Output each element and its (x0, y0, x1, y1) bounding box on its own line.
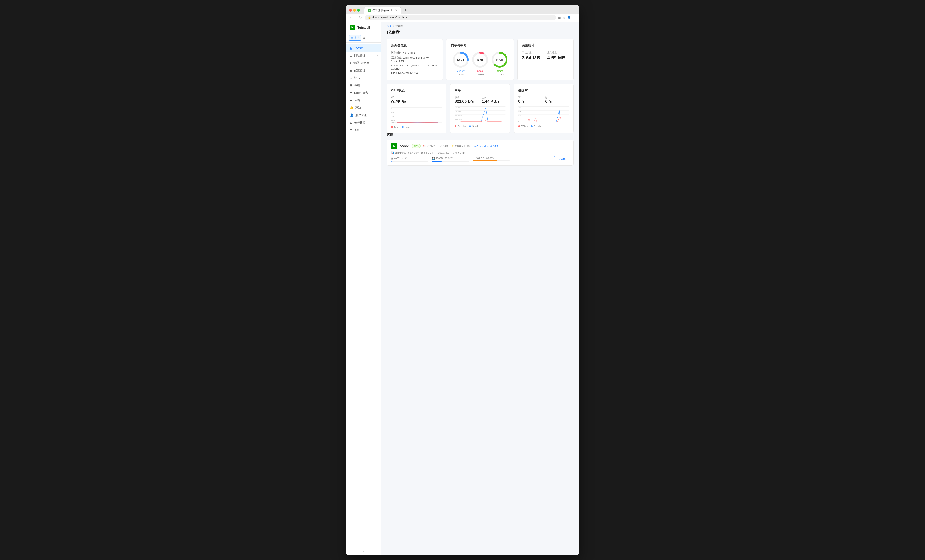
env-selector[interactable]: 目 本地 (349, 35, 361, 41)
upload-traffic-value: 4.59 MB (547, 55, 569, 61)
disk-io-legend: Writes Reads (518, 125, 569, 128)
send-legend: Send (469, 125, 478, 128)
tab-bar: N 仪表盘 | Nginx UI ✕ + (364, 7, 576, 14)
storage-label: Storage (496, 70, 503, 72)
svg-text:75.00: 75.00 (391, 111, 395, 113)
nav-item-left: ⊞ 网站管理 (350, 54, 366, 57)
network-ul-label: 上传 (482, 96, 506, 99)
svg-text:23:29:40: 23:29:40 (417, 123, 423, 124)
users-label: 用户管理 (355, 113, 366, 117)
svg-text:218: 218 (518, 107, 521, 108)
chevron-down-icon: › (377, 54, 378, 57)
cpu-metric-icon: ▣ (391, 157, 393, 160)
svg-text:23:29:20: 23:29:20 (470, 123, 476, 123)
sidebar-item-stream[interactable]: ≡ 管理 Stream (346, 59, 381, 67)
disk-io-title: 磁盘 IO (518, 89, 569, 92)
svg-text:684.57 KB/s: 684.57 KB/s (455, 114, 462, 116)
svg-text:25.00: 25.00 (391, 119, 395, 121)
svg-text:23:29:00: 23:29:00 (396, 123, 401, 124)
sidebar-item-dashboard[interactable]: ▦ 仪表盘 (346, 44, 381, 52)
lock-icon: 🔒 (368, 16, 371, 19)
disk-read-value: 0 /s (545, 99, 569, 104)
sidebar-item-website[interactable]: ⊞ 网站管理 › (346, 52, 381, 59)
download-traffic-value: 3.64 MB (522, 55, 544, 61)
svg-text:23:30:00: 23:30:00 (427, 123, 433, 124)
swap-label: Swap (477, 70, 483, 72)
svg-text:100.00: 100.00 (391, 107, 396, 109)
close-traffic-light[interactable] (349, 9, 352, 12)
page-title: 仪表盘 (381, 28, 579, 39)
network-title: 网络 (455, 89, 505, 92)
sidebar-env: 目 本地 ⊙ (346, 33, 381, 42)
disk-read-stat: 读 0 /s (545, 96, 569, 104)
back-button[interactable]: ‹ (349, 15, 352, 20)
browser-actions: ⊞ ☆ 👤 ⋮ (558, 16, 576, 19)
extensions-icon[interactable]: ⊞ (558, 16, 561, 19)
bookmark-icon[interactable]: ☆ (563, 16, 565, 19)
sidebar-item-system[interactable]: ⊙ 系统 › (346, 126, 381, 134)
link-button[interactable]: ▷ 链接 (554, 156, 569, 163)
mid-row: CPU 状态 CPU 0.25 % (387, 84, 574, 133)
cpu-user-legend: User (391, 126, 399, 128)
sidebar-item-env[interactable]: ☰ 环境 (346, 96, 381, 104)
download-arrow-icon: ↓ (453, 151, 454, 154)
svg-text:23:29:40: 23:29:40 (544, 123, 550, 123)
memory-circle-widget: 6.7 GB Memory 25 GB (452, 51, 470, 76)
stream-icon: ≡ (350, 61, 351, 65)
minimize-traffic-light[interactable] (353, 9, 356, 12)
memory-total: 25 GB (457, 73, 464, 76)
cpu-stat-value: 0.25 % (391, 99, 442, 105)
chevron-down-icon: › (377, 92, 378, 94)
sidebar-item-nginx-log[interactable]: ≣ Nginx 日志 › (346, 89, 381, 96)
traffic-lights (349, 9, 360, 12)
env-download: ↓ 70.60 KB (453, 151, 465, 154)
sidebar-item-users[interactable]: 👤 用户管理 (346, 111, 381, 119)
reload-button[interactable]: ↻ (358, 15, 363, 20)
config-label: 配置管理 (354, 68, 366, 72)
notification-icon: 🔔 (350, 106, 353, 110)
env-refresh-button[interactable]: ⊙ (363, 36, 365, 39)
dashboard-grid: 服务器信息 运行时间: 497d 4h 2m 系统负载: 1min: 0.07 … (381, 39, 579, 133)
disk-io-stats: 写 0 /s 读 0 /s (518, 96, 569, 104)
menu-icon[interactable]: ⋮ (573, 16, 576, 19)
sidebar-item-notification[interactable]: 🔔 通知 (346, 104, 381, 111)
storage-progress-fill (473, 160, 497, 161)
svg-text:23:29:40: 23:29:40 (481, 123, 486, 123)
sidebar-item-preferences[interactable]: ⚙ 偏好设置 (346, 119, 381, 126)
memory-metric: 💾 25 GB · 26.62% (432, 157, 469, 161)
environment-title: 环境 (387, 133, 574, 137)
logo-icon: N (350, 25, 355, 30)
active-tab[interactable]: N 仪表盘 | Nginx UI ✕ (364, 7, 401, 14)
app-container: N Nginx UI 目 本地 ⊙ ▦ 仪表盘 (346, 22, 579, 555)
new-tab-button[interactable]: + (403, 8, 408, 13)
env-node-name: node-1 (399, 145, 410, 148)
env-url[interactable]: http://nginx-demo-2:9000 (472, 145, 499, 148)
uptime-value: 497d 4h 2m (403, 51, 417, 54)
maximize-traffic-light[interactable] (357, 9, 360, 12)
main-content: 首页 / 仪表盘 仪表盘 服务器信息 运行时间: (381, 22, 579, 555)
storage-metric-icon: 🗄 (473, 157, 475, 160)
forward-button[interactable]: › (354, 15, 357, 20)
env-nav-label: 环境 (354, 98, 360, 102)
svg-text:164: 164 (518, 111, 521, 112)
send-dot (469, 125, 471, 127)
link-icon: ▷ (557, 158, 559, 161)
network-card: 网络 下载 821.00 B/s 上传 1.44 KB/s (450, 84, 510, 133)
svg-text:23:29:20: 23:29:20 (534, 123, 539, 123)
log-label: Nginx 日志 (354, 91, 368, 95)
env-load-row: 📊 1min: 0.08 · 5min:0.07 · 15min:0.24 ↑ … (391, 151, 569, 154)
address-bar[interactable]: 🔒 demo.nginxui.com/#/dashboard (365, 15, 556, 20)
notification-label: 通知 (355, 106, 361, 110)
traffic-title: 流量统计 (522, 44, 569, 47)
tab-close-icon[interactable]: ✕ (395, 9, 397, 12)
load-icon: 📊 (391, 151, 394, 154)
nav-buttons: ‹ › ↻ (349, 15, 363, 20)
sidebar-item-terminal[interactable]: ▣ 终端 (346, 81, 381, 89)
nav-item-left: 🔔 通知 (350, 106, 361, 110)
sidebar-collapse-button[interactable]: ‹ (346, 547, 381, 555)
sidebar-item-cert[interactable]: ◎ 证书 › (346, 74, 381, 81)
profile-icon[interactable]: 👤 (567, 16, 571, 19)
breadcrumb-home[interactable]: 首页 (387, 24, 392, 28)
network-dl-value: 821.00 B/s (455, 99, 478, 104)
sidebar-item-config[interactable]: ⊟ 配置管理 (346, 67, 381, 74)
